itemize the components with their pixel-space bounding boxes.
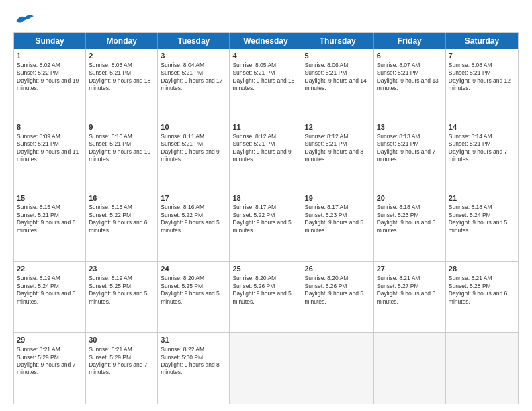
day-number: 5	[305, 51, 371, 61]
day-number: 29	[17, 335, 83, 345]
cal-day-11: 11Sunrise: 8:12 AMSunset: 5:21 PMDayligh…	[230, 120, 302, 191]
cal-day-1: 1Sunrise: 8:02 AMSunset: 5:22 PMDaylight…	[14, 49, 86, 120]
page: SundayMondayTuesdayWednesdayThursdayFrid…	[0, 0, 532, 411]
cal-day-7: 7Sunrise: 8:08 AMSunset: 5:21 PMDaylight…	[446, 49, 518, 120]
cal-day-2: 2Sunrise: 8:03 AMSunset: 5:21 PMDaylight…	[86, 49, 158, 120]
cal-header-sunday: Sunday	[14, 33, 86, 49]
cal-day-4: 4Sunrise: 8:05 AMSunset: 5:21 PMDaylight…	[230, 49, 302, 120]
day-number: 4	[232, 51, 298, 61]
cal-header-thursday: Thursday	[302, 33, 374, 49]
day-number: 27	[377, 264, 443, 274]
cal-day-25: 25Sunrise: 8:20 AMSunset: 5:26 PMDayligh…	[230, 262, 302, 332]
day-number: 2	[89, 51, 154, 61]
cal-day-26: 26Sunrise: 8:20 AMSunset: 5:26 PMDayligh…	[302, 262, 374, 332]
cal-day-19: 19Sunrise: 8:17 AMSunset: 5:23 PMDayligh…	[302, 191, 374, 262]
cal-day-9: 9Sunrise: 8:10 AMSunset: 5:21 PMDaylight…	[86, 120, 158, 191]
day-number: 11	[232, 122, 298, 132]
day-number: 15	[17, 193, 83, 203]
cal-day-14: 14Sunrise: 8:14 AMSunset: 5:21 PMDayligh…	[446, 120, 518, 191]
cal-week-4: 22Sunrise: 8:19 AMSunset: 5:24 PMDayligh…	[14, 262, 518, 333]
cal-day-23: 23Sunrise: 8:19 AMSunset: 5:25 PMDayligh…	[86, 262, 158, 332]
day-number: 1	[17, 51, 83, 61]
day-number: 13	[377, 122, 443, 132]
calendar-body: 1Sunrise: 8:02 AMSunset: 5:22 PMDaylight…	[14, 49, 518, 404]
cal-day-27: 27Sunrise: 8:21 AMSunset: 5:27 PMDayligh…	[374, 262, 446, 332]
day-number: 17	[161, 193, 226, 203]
cal-day-31: 31Sunrise: 8:22 AMSunset: 5:30 PMDayligh…	[158, 333, 230, 404]
day-number: 16	[89, 193, 154, 203]
day-number: 24	[161, 264, 226, 274]
day-number: 10	[161, 122, 226, 132]
cal-day-15: 15Sunrise: 8:15 AMSunset: 5:21 PMDayligh…	[14, 191, 86, 262]
day-number: 12	[305, 122, 371, 132]
day-number: 3	[161, 51, 226, 61]
day-number: 30	[89, 335, 154, 345]
day-number: 23	[89, 264, 154, 274]
day-number: 28	[449, 264, 515, 274]
header	[13, 12, 519, 26]
cal-header-monday: Monday	[86, 33, 158, 49]
cal-day-13: 13Sunrise: 8:13 AMSunset: 5:21 PMDayligh…	[374, 120, 446, 191]
cal-day-29: 29Sunrise: 8:21 AMSunset: 5:29 PMDayligh…	[14, 333, 86, 404]
cal-week-2: 8Sunrise: 8:09 AMSunset: 5:21 PMDaylight…	[14, 120, 518, 191]
day-number: 22	[17, 264, 83, 274]
day-number: 19	[305, 193, 371, 203]
cal-day-10: 10Sunrise: 8:11 AMSunset: 5:21 PMDayligh…	[158, 120, 230, 191]
cal-day-24: 24Sunrise: 8:20 AMSunset: 5:25 PMDayligh…	[158, 262, 230, 332]
cal-empty-4-4	[302, 333, 374, 404]
calendar: SundayMondayTuesdayWednesdayThursdayFrid…	[13, 32, 519, 404]
day-number: 14	[449, 122, 515, 132]
logo	[13, 12, 35, 26]
cal-day-18: 18Sunrise: 8:17 AMSunset: 5:22 PMDayligh…	[230, 191, 302, 262]
cal-header-friday: Friday	[374, 33, 446, 49]
cal-header-wednesday: Wednesday	[230, 33, 302, 49]
calendar-header-row: SundayMondayTuesdayWednesdayThursdayFrid…	[14, 33, 518, 49]
day-number: 25	[232, 264, 298, 274]
day-number: 6	[377, 51, 443, 61]
cal-day-20: 20Sunrise: 8:18 AMSunset: 5:23 PMDayligh…	[374, 191, 446, 262]
cal-day-12: 12Sunrise: 8:12 AMSunset: 5:21 PMDayligh…	[302, 120, 374, 191]
day-number: 21	[449, 193, 515, 203]
cal-header-saturday: Saturday	[446, 33, 518, 49]
cal-week-1: 1Sunrise: 8:02 AMSunset: 5:22 PMDaylight…	[14, 49, 518, 120]
cal-day-28: 28Sunrise: 8:21 AMSunset: 5:28 PMDayligh…	[446, 262, 518, 332]
cal-header-tuesday: Tuesday	[158, 33, 230, 49]
cal-day-30: 30Sunrise: 8:21 AMSunset: 5:29 PMDayligh…	[86, 333, 158, 404]
day-number: 20	[377, 193, 443, 203]
logo-bird-icon	[15, 12, 35, 26]
cal-day-16: 16Sunrise: 8:15 AMSunset: 5:22 PMDayligh…	[86, 191, 158, 262]
day-number: 7	[449, 51, 515, 61]
cal-empty-4-3	[230, 333, 302, 404]
day-number: 8	[17, 122, 83, 132]
cal-week-5: 29Sunrise: 8:21 AMSunset: 5:29 PMDayligh…	[14, 333, 518, 404]
cal-empty-4-5	[374, 333, 446, 404]
day-number: 26	[305, 264, 371, 274]
cal-day-8: 8Sunrise: 8:09 AMSunset: 5:21 PMDaylight…	[14, 120, 86, 191]
day-number: 9	[89, 122, 154, 132]
cal-week-3: 15Sunrise: 8:15 AMSunset: 5:21 PMDayligh…	[14, 191, 518, 263]
cal-day-5: 5Sunrise: 8:06 AMSunset: 5:21 PMDaylight…	[302, 49, 374, 120]
day-number: 31	[161, 335, 226, 345]
cal-empty-4-6	[446, 333, 518, 404]
day-number: 18	[232, 193, 298, 203]
cal-day-21: 21Sunrise: 8:18 AMSunset: 5:24 PMDayligh…	[446, 191, 518, 262]
cal-day-17: 17Sunrise: 8:16 AMSunset: 5:22 PMDayligh…	[158, 191, 230, 262]
cal-day-22: 22Sunrise: 8:19 AMSunset: 5:24 PMDayligh…	[14, 262, 86, 332]
cal-day-3: 3Sunrise: 8:04 AMSunset: 5:21 PMDaylight…	[158, 49, 230, 120]
cal-day-6: 6Sunrise: 8:07 AMSunset: 5:21 PMDaylight…	[374, 49, 446, 120]
